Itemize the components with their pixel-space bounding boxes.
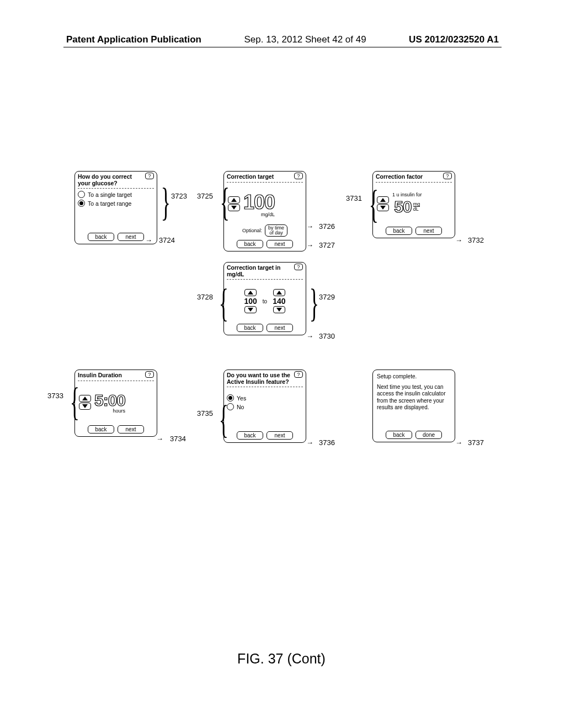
done-button[interactable]: done [415, 431, 442, 439]
ref-3729: 3729 [319, 293, 335, 301]
next-button[interactable]: next [415, 227, 442, 235]
back-button[interactable]: back [237, 431, 263, 440]
increment-icon[interactable] [377, 196, 389, 204]
figure-area: How do you correct your glucose? ? To a … [66, 171, 497, 466]
screen-insulin-duration: Insulin Duration ? 5:00 hours back next [74, 370, 157, 437]
brace-icon: } [219, 295, 228, 311]
ref-3732: 3732 [468, 236, 484, 244]
radio-no[interactable]: No [227, 403, 303, 410]
next-button[interactable]: next [118, 425, 144, 433]
back-button[interactable]: back [237, 324, 263, 332]
screen-correction-target-range: Correction target in mg/dL ? 100 to 140 … [223, 262, 306, 335]
brace-icon: } [70, 394, 79, 410]
unit-bot: dL [413, 206, 420, 211]
by-time-of-day-button[interactable]: by time of day [265, 224, 287, 237]
range-low: 100 [244, 297, 257, 306]
help-icon[interactable]: ? [294, 173, 303, 179]
next-button[interactable]: next [266, 240, 293, 248]
ref-3734: 3734 [170, 435, 186, 443]
arrow-icon: → [455, 438, 462, 447]
screen-title: Insulin Duration [78, 372, 154, 379]
arrow-icon: → [306, 241, 313, 249]
ref-3730: 3730 [319, 332, 335, 340]
screen-title: Do you want to use the Active Insulin fe… [227, 372, 303, 385]
decrement-icon[interactable] [244, 306, 257, 313]
page-header: Patent Application Publication Sep. 13, … [0, 34, 565, 45]
help-icon[interactable]: ? [145, 371, 154, 378]
radio-yes[interactable]: Yes [227, 394, 303, 402]
screen-active-insulin: Do you want to use the Active Insulin fe… [223, 370, 306, 443]
back-button[interactable]: back [88, 425, 114, 433]
duration-value: 5:00 [94, 391, 125, 410]
to-label: to [263, 298, 267, 304]
arrow-icon: → [455, 236, 462, 244]
screen-setup-complete: Setup complete. Next time you test, you … [372, 370, 455, 442]
unit-top: mg [413, 202, 420, 206]
brace-icon: } [369, 196, 379, 212]
target-value: 100 [243, 191, 275, 214]
factor-value: 50 [394, 197, 411, 216]
ref-3733: 3733 [47, 392, 63, 400]
help-icon[interactable]: ? [294, 371, 303, 378]
brace-icon: } [161, 194, 170, 210]
increment-icon[interactable] [244, 289, 257, 296]
help-icon[interactable]: ? [443, 173, 452, 179]
decrement-icon[interactable] [228, 204, 240, 211]
screen-correct-glucose: How do you correct your glucose? ? To a … [74, 171, 157, 244]
brace-icon: } [310, 295, 319, 311]
radio-label: To a target range [88, 200, 131, 207]
ref-3725: 3725 [197, 192, 213, 200]
screen-correction-target: Correction target ? 100 mg/dL Optional: … [223, 171, 306, 251]
radio-single-target[interactable]: To a single target [78, 191, 154, 198]
next-button[interactable]: next [266, 324, 293, 332]
increment-icon[interactable] [79, 395, 91, 402]
optional-label: Optional: [242, 228, 262, 233]
back-button[interactable]: back [237, 240, 263, 248]
back-button[interactable]: back [386, 431, 412, 439]
help-icon[interactable]: ? [294, 264, 303, 270]
unit-label: mg/dL [261, 212, 275, 217]
increment-icon[interactable] [228, 196, 240, 204]
ref-3737: 3737 [468, 438, 484, 447]
back-button[interactable]: back [88, 233, 114, 241]
header-center: Sep. 13, 2012 Sheet 42 of 49 [244, 34, 366, 45]
complete-title: Setup complete. [377, 373, 451, 381]
high-spinner[interactable]: 140 [273, 289, 285, 313]
arrow-icon: → [156, 435, 163, 443]
unit-label: hours [113, 408, 126, 414]
next-button[interactable]: next [118, 233, 144, 241]
decrement-icon[interactable] [273, 306, 285, 313]
screen-title: Correction factor [376, 174, 452, 180]
decrement-icon[interactable] [79, 403, 91, 410]
value-spinner[interactable] [377, 196, 389, 211]
next-button[interactable]: next [266, 431, 293, 440]
help-icon[interactable]: ? [145, 173, 154, 179]
arrow-icon: → [145, 236, 152, 244]
arrow-icon: → [306, 332, 313, 340]
complete-text: Next time you test, you can access the i… [377, 384, 451, 411]
figure-caption: FIG. 37 (Cont) [66, 651, 497, 667]
header-right: US 2012/0232520 A1 [409, 34, 499, 45]
value-spinner[interactable] [228, 196, 240, 211]
screen-title: Correction target in mg/dL [227, 265, 303, 277]
radio-label: To a single target [88, 191, 132, 198]
ref-3728: 3728 [197, 293, 213, 301]
decrement-icon[interactable] [377, 204, 389, 211]
radio-label: No [237, 404, 244, 410]
screen-title: Correction target [227, 174, 303, 180]
screen-title: How do you correct your glucose? [78, 174, 154, 186]
screen-correction-factor: Correction factor ? 1 u insulin for 50 m… [372, 171, 455, 238]
arrow-icon: → [306, 438, 313, 447]
range-high: 140 [273, 297, 285, 306]
brace-icon: } [219, 411, 228, 427]
increment-icon[interactable] [273, 289, 285, 296]
low-spinner[interactable]: 100 [244, 289, 257, 313]
radio-target-range[interactable]: To a target range [78, 200, 154, 207]
ref-3726: 3726 [319, 222, 335, 231]
arrow-icon: → [306, 222, 313, 231]
back-button[interactable]: back [386, 227, 412, 235]
ref-3723: 3723 [171, 192, 187, 200]
value-spinner[interactable] [79, 395, 91, 410]
ref-3727: 3727 [319, 241, 335, 249]
ref-3724: 3724 [159, 236, 175, 244]
